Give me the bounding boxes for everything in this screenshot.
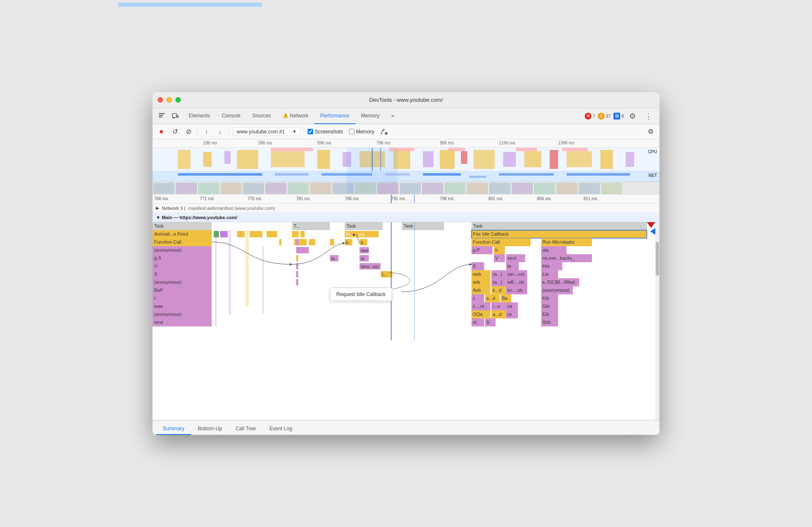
net-svg [153,171,659,182]
traffic-lights [158,97,181,103]
svg-rect-64 [601,183,622,194]
idle-callback-tooltip: Request Idle Callback [330,288,392,301]
svg-rect-160 [153,286,212,294]
svg-rect-24 [567,151,592,167]
screenshots-label: Screenshots [315,129,343,135]
tab-call-tree[interactable]: Call Tree [229,423,263,435]
svg-rect-43 [347,171,398,182]
svg-text:Run ...sks: Run ...sks [346,232,365,237]
svg-rect-124 [506,254,525,262]
tab-memory[interactable]: Memory [355,108,385,124]
tab-console[interactable]: Console [216,108,246,124]
memory-label: Memory [356,129,374,135]
svg-rect-94 [279,239,281,245]
performance-panel: 196 ms 396 ms 596 ms 796 ms 996 ms 1196 … [153,139,659,435]
svg-rect-202 [471,318,484,326]
upload-button[interactable]: ↑ [201,126,212,137]
close-button[interactable] [158,97,163,103]
svg-rect-20 [474,150,495,169]
svg-text:k...d: k...d [493,288,501,293]
svg-rect-215 [215,230,217,326]
svg-rect-152 [471,278,490,286]
flame-chart-detail[interactable]: Task T... Task Task Task Animati...e Fir… [153,222,659,420]
svg-text:ta: ta [507,264,512,269]
svg-rect-208 [296,239,299,245]
svg-text:Ba: Ba [502,296,508,301]
tick-771: 771 ms [200,196,214,201]
svg-rect-8 [178,150,191,169]
svg-rect-180 [153,302,212,310]
svg-rect-73 [345,222,383,230]
svg-rect-18 [440,150,455,169]
url-selector[interactable]: www.youtube.com #1 ▼ [233,128,300,136]
screenshots-checkbox[interactable] [308,129,313,134]
svg-text:next: next [361,248,369,253]
vscrollbar[interactable] [655,222,659,420]
overview-timeline[interactable]: 196 ms 396 ms 596 ms 796 ms 996 ms 1196 … [153,139,659,194]
network-track-label: Network 3 ( [162,206,185,211]
screenshots-checkbox-row: Screenshots [308,129,343,135]
svg-rect-92 [153,238,212,246]
svg-rect-120 [360,255,369,261]
svg-text:(anonymous): (anonymous) [154,247,181,253]
svg-text:g.P: g.P [473,247,480,253]
device-icon[interactable] [169,110,181,122]
net-chart[interactable]: NET [153,171,659,182]
svg-text:Task: Task [154,223,164,228]
tab-sources[interactable]: Sources [246,108,277,124]
svg-text:Run Microtasks: Run Microtasks [542,239,575,244]
tick-796: 796 ms [376,141,390,145]
svg-text:Task: Task [473,223,483,228]
tick-801: 801 ms [488,196,502,201]
svg-rect-97 [330,239,334,245]
svg-rect-13 [317,150,330,169]
svg-rect-35 [178,173,262,176]
paint-button[interactable] [379,126,390,137]
svg-rect-47 [221,183,242,194]
svg-rect-32 [562,148,588,151]
download-button[interactable]: ↓ [215,126,226,137]
tab-bottom-up[interactable]: Bottom-Up [191,423,229,435]
more-icon[interactable]: ⋮ [643,110,654,122]
tab-event-log[interactable]: Event Log [263,423,299,435]
error-count: 7 [593,114,595,119]
svg-rect-128 [153,262,212,270]
svg-rect-211 [296,255,298,261]
perf-settings-button[interactable]: ⚙ [645,126,656,137]
reload-button[interactable]: ↺ [169,126,180,137]
vscrollbar-thumb[interactable] [656,242,659,276]
svg-text:e.JSC$6...lfilled: e.JSC$6...lfilled [542,280,575,285]
svg-rect-10 [224,151,231,164]
clear-button[interactable]: ⊘ [183,126,194,137]
titlebar: DevTools - www.youtube.com/ [153,92,659,108]
svg-rect-63 [579,183,600,194]
tab-more[interactable]: » [385,108,400,124]
cpu-chart[interactable]: CPU [153,148,659,171]
svg-rect-19 [461,151,467,164]
minimize-button[interactable] [166,97,172,103]
memory-checkbox[interactable] [349,129,354,134]
cursor-icon[interactable] [156,110,168,122]
svg-rect-55 [400,183,421,194]
svg-rect-95 [294,239,307,245]
svg-rect-0 [159,113,165,114]
svg-rect-83 [237,231,245,237]
svg-text:next: next [154,320,163,325]
svg-text:Shb: Shb [542,320,551,325]
network-triangle[interactable]: ▶ [156,206,159,210]
tab-elements[interactable]: Elements [183,108,216,124]
svg-rect-59 [489,183,510,194]
svg-rect-192 [471,310,490,318]
svg-rect-126 [541,254,592,262]
blue-indicator [650,228,655,235]
tab-network[interactable]: ⚠️ Network [277,108,314,124]
tab-performance[interactable]: Performance [314,108,355,124]
svg-text:Function Call: Function Call [154,239,181,244]
svg-rect-138 [153,270,212,278]
tab-summary[interactable]: Summary [156,423,191,435]
record-button[interactable]: ● [156,126,167,137]
maximize-button[interactable] [175,97,181,103]
svg-rect-148 [541,270,558,278]
settings-icon[interactable]: ⚙ [627,110,638,122]
svg-rect-48 [243,183,264,194]
